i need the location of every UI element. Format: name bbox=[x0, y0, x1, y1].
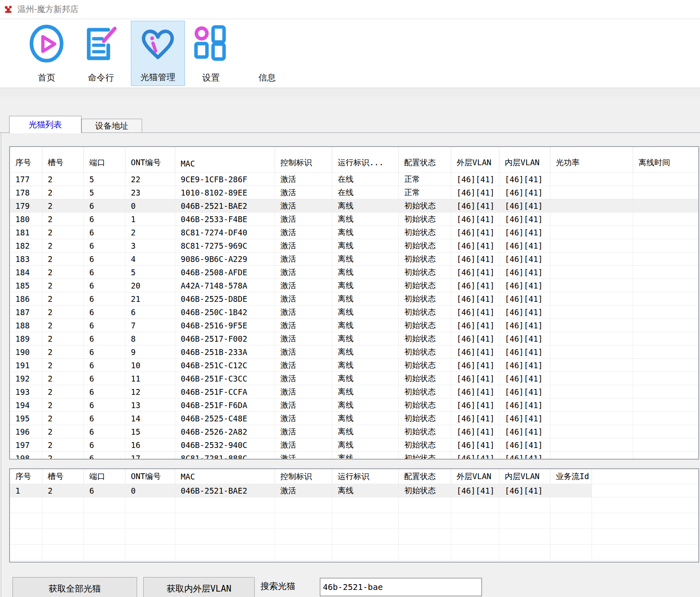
table-row[interactable]: 1852620A42A-7148-578A激活离线初始状态[46][41][46… bbox=[10, 279, 698, 292]
search-ont-input[interactable] bbox=[320, 578, 482, 596]
table-row[interactable]: 1932612046B-251F-CCFA激活离线初始状态[46][41][46… bbox=[10, 385, 698, 399]
get-all-ont-button[interactable]: 获取全部光猫 bbox=[12, 577, 137, 597]
table-cell: 046B-2521-BAE2 bbox=[175, 199, 275, 212]
empty-table-cell bbox=[175, 529, 275, 544]
table-row[interactable]: 1812628C81-7274-DF40激活离线初始状态[46][41][46]… bbox=[10, 226, 698, 239]
table-cell: 7 bbox=[125, 319, 175, 332]
toolbar-item-command-line[interactable]: 命令行 bbox=[74, 21, 128, 86]
table-cell: 4 bbox=[125, 252, 175, 265]
table-cell: 182 bbox=[10, 239, 42, 252]
column-header-cell[interactable]: MAC bbox=[175, 469, 275, 484]
toolbar-item-ont-management[interactable]: 光猫管理 bbox=[131, 21, 185, 86]
empty-table-cell bbox=[175, 513, 275, 528]
table-cell bbox=[550, 359, 633, 372]
table-row[interactable]: 1922611046B-251F-C3CC激活离线初始状态[46][41][46… bbox=[10, 372, 698, 385]
empty-table-cell bbox=[84, 513, 125, 528]
column-header-cell[interactable]: 运行标识 bbox=[332, 469, 399, 484]
table-cell: 初始状态 bbox=[399, 332, 451, 345]
column-header-cell[interactable]: 端口 bbox=[84, 469, 125, 484]
table-row[interactable]: 184265046B-2508-AFDE激活离线初始状态[46][41][46]… bbox=[10, 266, 698, 279]
table-cell: [46][41] bbox=[451, 186, 499, 199]
table-cell bbox=[550, 239, 633, 252]
table-row[interactable]: 1972616046B-2532-940C激活离线初始状态[46][41][46… bbox=[10, 438, 698, 452]
empty-table-cell bbox=[451, 529, 499, 544]
table-cell: 22 bbox=[125, 173, 175, 186]
table-cell: 0 bbox=[125, 484, 175, 497]
toolbar-item-settings[interactable]: 设置 bbox=[184, 21, 238, 86]
table-cell bbox=[550, 425, 633, 438]
table-row[interactable]: 1260046B-2521-BAE2激活离线初始状态[46][41][46][4… bbox=[10, 484, 698, 497]
table-cell: [46][41] bbox=[451, 385, 499, 398]
column-header-cell[interactable]: 控制标识 bbox=[275, 147, 332, 172]
column-header-cell[interactable]: 外层VLAN bbox=[451, 469, 499, 484]
column-header-cell[interactable]: 离线时间 bbox=[633, 147, 699, 172]
table-cell bbox=[633, 372, 699, 385]
table-cell: 激活 bbox=[275, 213, 332, 225]
table-row[interactable]: 1822638C81-7275-969C激活离线初始状态[46][41][46]… bbox=[10, 239, 698, 252]
column-header-cell[interactable]: 内层VLAN bbox=[499, 469, 550, 484]
table-cell: 激活 bbox=[275, 484, 332, 497]
table-cell bbox=[550, 372, 633, 385]
column-header-cell[interactable]: 业务流Id bbox=[550, 469, 592, 484]
column-header-cell[interactable]: MAC bbox=[175, 147, 275, 172]
column-header-cell[interactable]: 控制标识 bbox=[275, 469, 332, 484]
table-cell: 激活 bbox=[275, 292, 332, 305]
table-cell: 046B-2526-2A82 bbox=[175, 425, 275, 438]
empty-table-cell bbox=[499, 513, 550, 528]
column-header-cell[interactable]: ONT编号 bbox=[125, 147, 175, 172]
table-row[interactable]: 189268046B-2517-F002激活离线初始状态[46][41][46]… bbox=[10, 332, 698, 345]
table-row[interactable]: 1912610046B-251C-C12C激活离线初始状态[46][41][46… bbox=[10, 359, 698, 372]
table-cell bbox=[633, 173, 699, 186]
column-header-cell[interactable]: 内层VLAN bbox=[499, 147, 550, 172]
column-header-cell[interactable]: ONT编号 bbox=[125, 469, 175, 484]
table-cell: 2 bbox=[42, 372, 84, 385]
tab-ont-list[interactable]: 光猫列表 bbox=[9, 116, 81, 133]
table-cell: 初始状态 bbox=[399, 345, 451, 358]
table-row[interactable]: 190269046B-251B-233A激活离线初始状态[46][41][46]… bbox=[10, 345, 698, 359]
table-cell: 9CE9-1CFB-286F bbox=[175, 173, 275, 186]
column-header-cell[interactable]: 序号 bbox=[10, 469, 42, 484]
table-row[interactable]: 19826178C81-7281-888C激活离线初始状态[46][41][46… bbox=[10, 452, 698, 460]
get-vlan-button[interactable]: 获取内外层VLAN bbox=[143, 577, 255, 597]
table-cell: 2 bbox=[42, 239, 84, 252]
column-header-cell[interactable]: 序号 bbox=[10, 147, 42, 172]
heart-icon bbox=[138, 24, 178, 64]
table-cell: [46][41] bbox=[451, 452, 499, 460]
table-row[interactable]: 187266046B-250C-1B42激活离线初始状态[46][41][46]… bbox=[10, 306, 698, 319]
table-row[interactable]: 1942613046B-251F-F6DA激活离线初始状态[46][41][46… bbox=[10, 399, 698, 412]
table-row[interactable]: 1962615046B-2526-2A82激活离线初始状态[46][41][46… bbox=[10, 425, 698, 438]
table-row[interactable]: 17825231010-8102-89EE激活在线正常[46][41][46][… bbox=[10, 186, 698, 199]
table-row[interactable]: 179260046B-2521-BAE2激活离线初始状态[46][41][46]… bbox=[10, 199, 698, 213]
table-cell: 2 bbox=[42, 186, 84, 199]
column-header-cell[interactable]: 光功率 bbox=[550, 147, 633, 172]
table-cell: 2 bbox=[42, 279, 84, 292]
table-cell bbox=[633, 306, 699, 318]
table-cell: [46][41] bbox=[499, 279, 550, 292]
column-header-cell[interactable]: 端口 bbox=[84, 147, 125, 172]
table-cell: 2 bbox=[42, 385, 84, 398]
table-cell: 激活 bbox=[275, 425, 332, 438]
table-row[interactable]: 1832649086-9B6C-A229激活离线初始状态[46][41][46]… bbox=[10, 252, 698, 266]
table-row[interactable]: 1952614046B-2525-C48E激活离线初始状态[46][41][46… bbox=[10, 412, 698, 425]
table-cell: 激活 bbox=[275, 279, 332, 292]
column-header-cell[interactable]: 配置状态 bbox=[399, 147, 451, 172]
column-header-cell[interactable]: 外层VLAN bbox=[451, 147, 499, 172]
table-cell bbox=[550, 438, 633, 451]
toolbar-item-info[interactable]: 信息 bbox=[240, 21, 294, 86]
toolbar-item-home[interactable]: 首页 bbox=[20, 21, 74, 86]
table-row[interactable]: 1862621046B-2525-D8DE激活离线初始状态[46][41][46… bbox=[10, 292, 698, 306]
table-row[interactable]: 180261046B-2533-F4BE激活离线初始状态[46][41][46]… bbox=[10, 213, 698, 226]
column-header-cell[interactable]: 槽号 bbox=[42, 469, 84, 484]
play-circle-icon bbox=[26, 23, 67, 64]
table-cell: [46][41] bbox=[499, 385, 550, 398]
column-header-cell[interactable]: 配置状态 bbox=[399, 469, 451, 484]
table-cell: [46][41] bbox=[451, 484, 499, 497]
table-cell: 2 bbox=[42, 306, 84, 318]
table-cell: 20 bbox=[125, 279, 175, 292]
table-row[interactable]: 188267046B-2516-9F5E激活离线初始状态[46][41][46]… bbox=[10, 319, 698, 332]
table-cell: 激活 bbox=[275, 438, 332, 451]
tab-device-address[interactable]: 设备地址 bbox=[81, 119, 142, 132]
column-header-cell[interactable]: 运行标识... bbox=[332, 147, 399, 172]
column-header-cell[interactable]: 槽号 bbox=[42, 147, 84, 172]
table-row[interactable]: 17725229CE9-1CFB-286F激活在线正常[46][41][46][… bbox=[10, 173, 698, 186]
